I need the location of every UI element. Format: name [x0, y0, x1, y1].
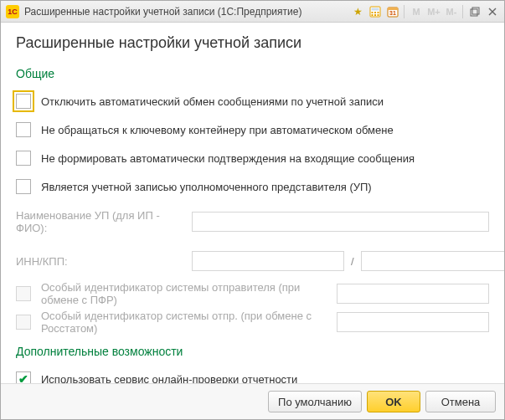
- row-no-key-container: Не обращаться к ключевому контейнеру при…: [16, 120, 489, 139]
- memory-mminus-button[interactable]: M-: [443, 4, 460, 19]
- input-rosstat-id: [337, 312, 489, 332]
- label-up-name: Наименование УП (для ИП - ФИО):: [16, 209, 192, 234]
- calendar-icon[interactable]: 31: [384, 4, 401, 19]
- section-general: Общие: [16, 67, 489, 80]
- checkbox-no-key-container[interactable]: [16, 122, 31, 137]
- checkbox-no-auto-confirm[interactable]: [16, 151, 31, 166]
- row-disable-auto-exchange: Отключить автоматический обмен сообщения…: [16, 92, 489, 110]
- titlebar-separator: [404, 5, 405, 18]
- titlebar-separator: [462, 5, 463, 18]
- app-icon: 1C: [6, 5, 19, 18]
- section-extra: Дополнительные возможности: [16, 345, 489, 358]
- row-inn-kpp: ИНН/КПП: /: [16, 251, 489, 271]
- checkbox-use-online-check[interactable]: [16, 371, 31, 383]
- dialog-window: 1C Расширенные настройки учетной записи …: [0, 0, 505, 420]
- svg-rect-4: [378, 12, 379, 13]
- favorite-icon[interactable]: ★: [349, 4, 366, 19]
- checkbox-disable-auto-exchange[interactable]: [16, 94, 31, 109]
- svg-rect-6: [374, 14, 376, 16]
- window-title: Расширенные настройки учетной записи (1С…: [24, 6, 348, 18]
- inn-kpp-separator: /: [351, 255, 354, 268]
- svg-rect-11: [471, 9, 477, 16]
- ok-button[interactable]: OK: [367, 391, 420, 412]
- defaults-button[interactable]: По умолчанию: [268, 391, 362, 412]
- row-special-sender-pfr: Особый идентификатор системы отправителя…: [16, 284, 489, 303]
- label-inn-kpp: ИНН/КПП:: [16, 255, 192, 268]
- content-area: Расширенные настройки учетной записи Общ…: [1, 23, 504, 383]
- checkbox-special-sender-rosstat: [16, 315, 31, 330]
- cancel-button[interactable]: Отмена: [425, 391, 496, 412]
- input-pfr-id: [337, 284, 489, 304]
- label-disable-auto-exchange: Отключить автоматический обмен сообщения…: [41, 95, 384, 108]
- calculator-icon[interactable]: [367, 4, 384, 19]
- checkbox-is-representative[interactable]: [16, 179, 31, 194]
- memory-m-button[interactable]: M: [408, 4, 425, 19]
- svg-rect-12: [472, 8, 479, 14]
- svg-rect-2: [372, 12, 374, 13]
- label-is-representative: Является учетной записью уполномоченного…: [41, 181, 372, 193]
- close-icon[interactable]: [484, 4, 501, 19]
- input-up-name[interactable]: [192, 212, 489, 232]
- label-no-auto-confirm: Не формировать автоматически подтвержден…: [41, 152, 415, 165]
- restore-icon[interactable]: [466, 4, 483, 19]
- svg-rect-1: [372, 8, 379, 10]
- svg-text:31: 31: [389, 10, 396, 16]
- label-use-online-check: Использовать сервис онлайн-проверки отче…: [41, 373, 297, 384]
- row-use-online-check: Использовать сервис онлайн-проверки отче…: [16, 370, 489, 383]
- row-no-auto-confirm: Не формировать автоматически подтвержден…: [16, 149, 489, 167]
- row-special-sender-rosstat: Особый идентификатор системы отпр. (при …: [16, 313, 489, 331]
- label-special-sender-pfr: Особый идентификатор системы отправителя…: [41, 281, 330, 306]
- memory-mplus-button[interactable]: M+: [425, 4, 442, 19]
- row-up-name: Наименование УП (для ИП - ФИО):: [16, 209, 489, 234]
- input-kpp[interactable]: [361, 251, 504, 271]
- page-title: Расширенные настройки учетной записи: [16, 34, 489, 52]
- label-special-sender-rosstat: Особый идентификатор системы отпр. (при …: [41, 310, 330, 335]
- svg-rect-5: [372, 14, 374, 16]
- titlebar: 1C Расширенные настройки учетной записи …: [1, 1, 504, 23]
- checkbox-special-sender-pfr: [16, 286, 31, 301]
- footer: По умолчанию OK Отмена: [1, 383, 504, 419]
- svg-rect-7: [378, 14, 379, 16]
- input-inn[interactable]: [192, 251, 344, 271]
- row-is-representative: Является учетной записью уполномоченного…: [16, 177, 489, 196]
- label-no-key-container: Не обращаться к ключевому контейнеру при…: [41, 124, 394, 136]
- svg-rect-3: [374, 12, 376, 13]
